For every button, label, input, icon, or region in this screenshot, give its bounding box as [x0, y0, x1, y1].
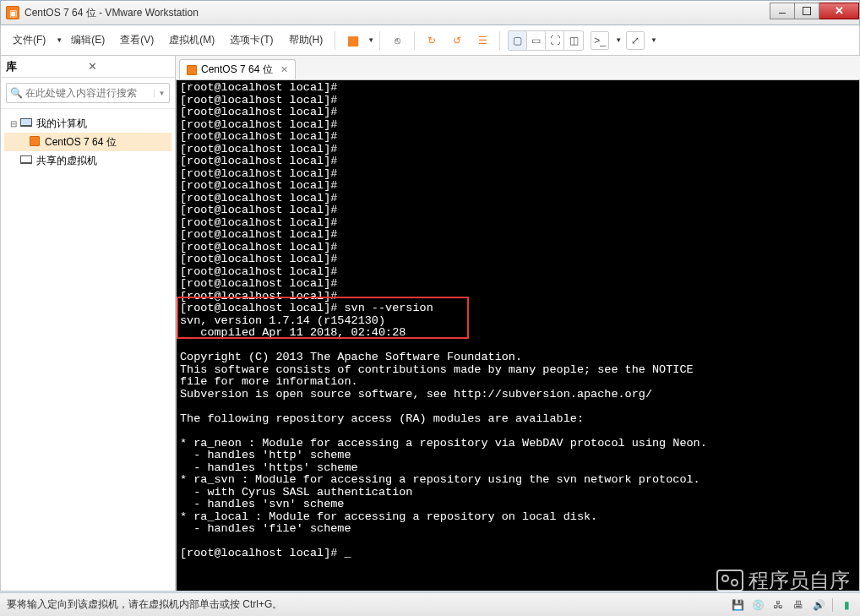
computer-icon [19, 117, 33, 129]
status-bar: 要将输入定向到该虚拟机，请在虚拟机内部单击或按 Ctrl+G。 💾 💿 🖧 🖶 … [0, 592, 860, 616]
snapshot-manager-icon[interactable]: ☰ [473, 31, 492, 50]
search-input[interactable] [25, 84, 154, 101]
menu-edit[interactable]: 编辑(E) [64, 30, 112, 51]
printer-icon[interactable]: 🖶 [792, 598, 805, 612]
tree-shared-vms[interactable]: 共享的虚拟机 [4, 151, 171, 170]
tree-my-computer[interactable]: ⊟ 我的计算机 [4, 114, 171, 133]
sidebar-close-icon[interactable]: ✕ [88, 60, 170, 73]
collapse-icon[interactable]: ⊟ [8, 119, 19, 128]
chevron-down-icon[interactable]: ▼ [56, 36, 63, 44]
window-title: CentOS 7 64 位 - VMware Workstation [24, 6, 770, 20]
view-single-icon[interactable]: ▢ [509, 31, 527, 50]
menu-file[interactable]: 文件(F) [6, 30, 52, 51]
menu-view[interactable]: 查看(V) [113, 30, 161, 51]
status-text: 要将输入定向到该虚拟机，请在虚拟机内部单击或按 Ctrl+G。 [7, 597, 731, 612]
chevron-down-icon[interactable]: ▼ [615, 36, 622, 44]
vmware-icon: ▣ [6, 6, 19, 19]
menu-tabs[interactable]: 选项卡(T) [223, 30, 280, 51]
tree-label: CentOS 7 64 位 [45, 135, 117, 150]
disk-icon[interactable]: 💾 [731, 598, 744, 612]
sidebar-title: 库 [6, 59, 88, 74]
menu-help[interactable]: 帮助(H) [282, 30, 330, 51]
minimize-button[interactable] [770, 3, 795, 19]
chevron-down-icon[interactable]: ▼ [650, 36, 657, 44]
tab-label: CentOS 7 64 位 [201, 63, 273, 77]
vm-icon [28, 136, 41, 149]
tree-label: 我的计算机 [36, 117, 87, 131]
shared-icon [19, 155, 33, 166]
network-icon[interactable]: 🖧 [771, 598, 785, 612]
tree-label: 共享的虚拟机 [36, 154, 97, 168]
highlight-box [177, 297, 469, 339]
library-sidebar: 库 ✕ 🔍 ▼ ⊟ 我的计算机 CentOS 7 64 位 共 [0, 56, 176, 591]
snapshot-icon[interactable]: ↻ [422, 31, 441, 50]
tree-vm-centos[interactable]: CentOS 7 64 位 [4, 133, 171, 151]
window-titlebar: ▣ CentOS 7 64 位 - VMware Workstation ✕ [0, 0, 860, 25]
tab-close-icon[interactable]: ✕ [280, 64, 288, 75]
search-icon: 🔍 [7, 87, 25, 99]
chevron-down-icon[interactable]: ▼ [367, 36, 374, 44]
snapshot-revert-icon[interactable]: ↺ [448, 31, 466, 50]
menu-vm[interactable]: 虚拟机(M) [162, 30, 221, 51]
search-dropdown-icon[interactable]: ▼ [154, 90, 169, 97]
search-box[interactable]: 🔍 ▼ [6, 83, 170, 103]
tab-centos[interactable]: CentOS 7 64 位 ✕ [179, 59, 296, 79]
stretch-icon[interactable]: ⤢ [626, 31, 645, 50]
close-button[interactable]: ✕ [819, 3, 859, 19]
vm-icon [187, 65, 197, 75]
view-fullscreen-icon[interactable]: ⛶ [546, 31, 564, 50]
menubar: 文件(F)▼ 编辑(E) 查看(V) 虚拟机(M) 选项卡(T) 帮助(H) ▮… [0, 25, 860, 56]
pause-icon[interactable]: ▮▮ [343, 31, 362, 50]
sound-icon[interactable]: 🔊 [812, 598, 825, 612]
send-ctrl-alt-del-icon[interactable]: ⎋ [388, 31, 406, 50]
terminal-icon[interactable]: >_ [591, 31, 609, 50]
message-icon[interactable]: ▮ [840, 598, 853, 612]
view-console-icon[interactable]: ▭ [527, 31, 546, 50]
cd-icon[interactable]: 💿 [751, 598, 765, 612]
tab-strip: CentOS 7 64 位 ✕ [176, 56, 860, 79]
maximize-button[interactable] [794, 3, 819, 19]
vm-console[interactable]: [root@localhost local]# [root@localhost … [176, 79, 860, 591]
library-tree: ⊟ 我的计算机 CentOS 7 64 位 共享的虚拟机 [1, 109, 175, 175]
view-unity-icon[interactable]: ◫ [564, 31, 583, 50]
